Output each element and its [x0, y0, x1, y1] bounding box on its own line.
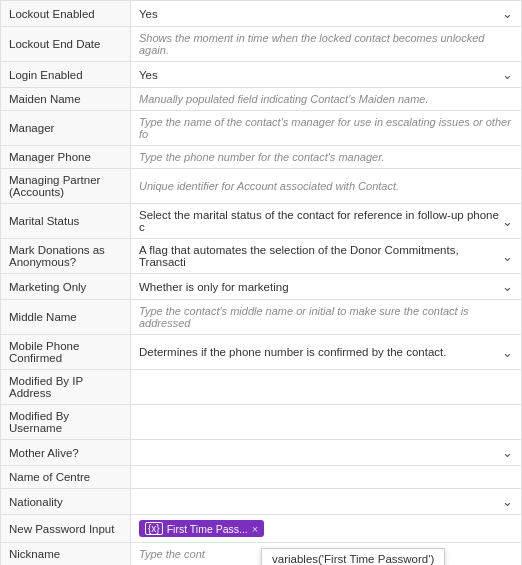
field-placeholder: Type the name of the contact's manager f…: [139, 116, 511, 140]
field-label: Login Enabled: [1, 62, 131, 88]
dropdown-wrapper[interactable]: ⌄: [139, 494, 513, 509]
tooltip: variables('First Time Password'): [261, 548, 445, 565]
table-row: Lockout EnabledYes⌄: [1, 1, 522, 27]
table-row: Manager PhoneType the phone number for t…: [1, 146, 522, 169]
field-value[interactable]: Yes⌄: [131, 1, 522, 27]
field-label: Nationality: [1, 489, 131, 515]
dropdown-wrapper[interactable]: Yes⌄: [139, 6, 513, 21]
field-placeholder: Unique identifier for Account associated…: [139, 180, 399, 192]
dropdown-wrapper[interactable]: Select the marital status of the contact…: [139, 209, 513, 233]
table-row: Marketing OnlyWhether is only for market…: [1, 274, 522, 300]
field-label: Mother Alive?: [1, 440, 131, 466]
chevron-down-icon: ⌄: [502, 214, 513, 229]
field-value: Type the name of the contact's manager f…: [131, 111, 522, 146]
field-value: Type the contact's middle name or initia…: [131, 300, 522, 335]
table-row: Mark Donations as Anonymous?A flag that …: [1, 239, 522, 274]
token-chip[interactable]: {x}First Time Pass...×: [139, 520, 264, 537]
chevron-down-icon: ⌄: [502, 67, 513, 82]
field-label: Middle Name: [1, 300, 131, 335]
field-label: Nickname: [1, 543, 131, 566]
field-value: Shows the moment in time when the locked…: [131, 27, 522, 62]
field-label: Modified By Username: [1, 405, 131, 440]
fields-table: Lockout EnabledYes⌄Lockout End DateShows…: [0, 0, 522, 565]
field-label: Name of Centre: [1, 466, 131, 489]
field-label: Lockout End Date: [1, 27, 131, 62]
field-value: [131, 466, 522, 489]
dropdown-wrapper[interactable]: ⌄: [139, 445, 513, 460]
field-value[interactable]: {x}First Time Pass...×variables('First T…: [131, 515, 522, 543]
field-placeholder: Shows the moment in time when the locked…: [139, 32, 484, 56]
dropdown-value: Whether is only for marketing: [139, 281, 289, 293]
field-placeholder: Type the contact's middle name or initia…: [139, 305, 469, 329]
field-placeholder: Type the cont: [139, 548, 205, 560]
table-row: Modified By IP Address: [1, 370, 522, 405]
table-row: ManagerType the name of the contact's ma…: [1, 111, 522, 146]
chevron-down-icon: ⌄: [502, 345, 513, 360]
field-label: New Password Input: [1, 515, 131, 543]
table-row: Login EnabledYes⌄: [1, 62, 522, 88]
table-row: Modified By Username: [1, 405, 522, 440]
table-row: Managing Partner (Accounts)Unique identi…: [1, 169, 522, 204]
dropdown-value: Select the marital status of the contact…: [139, 209, 502, 233]
table-row: Middle NameType the contact's middle nam…: [1, 300, 522, 335]
field-label: Managing Partner (Accounts): [1, 169, 131, 204]
table-row: Nationality⌄: [1, 489, 522, 515]
field-label: Mobile Phone Confirmed: [1, 335, 131, 370]
field-value[interactable]: ⌄: [131, 440, 522, 466]
field-value[interactable]: A flag that automates the selection of t…: [131, 239, 522, 274]
field-label: Mark Donations as Anonymous?: [1, 239, 131, 274]
field-label: Manager Phone: [1, 146, 131, 169]
field-placeholder: Manually populated field indicating Cont…: [139, 93, 429, 105]
field-value[interactable]: Determines if the phone number is confir…: [131, 335, 522, 370]
dropdown-wrapper[interactable]: A flag that automates the selection of t…: [139, 244, 513, 268]
table-row: New Password Input{x}First Time Pass...×…: [1, 515, 522, 543]
dropdown-value: A flag that automates the selection of t…: [139, 244, 502, 268]
field-value[interactable]: Select the marital status of the contact…: [131, 204, 522, 239]
table-row: Mother Alive?⌄: [1, 440, 522, 466]
table-row: Name of Centre: [1, 466, 522, 489]
field-label: Modified By IP Address: [1, 370, 131, 405]
chevron-down-icon: ⌄: [502, 6, 513, 21]
field-value: [131, 405, 522, 440]
field-value: Manually populated field indicating Cont…: [131, 88, 522, 111]
dropdown-wrapper[interactable]: Whether is only for marketing⌄: [139, 279, 513, 294]
field-label: Marital Status: [1, 204, 131, 239]
field-label: Maiden Name: [1, 88, 131, 111]
field-placeholder: Type the phone number for the contact's …: [139, 151, 384, 163]
chevron-down-icon: ⌄: [502, 494, 513, 509]
field-label: Manager: [1, 111, 131, 146]
chevron-down-icon: ⌄: [502, 249, 513, 264]
token-close-icon[interactable]: ×: [252, 523, 258, 535]
table-row: Maiden NameManually populated field indi…: [1, 88, 522, 111]
dropdown-wrapper[interactable]: Determines if the phone number is confir…: [139, 345, 513, 360]
dropdown-value: Yes: [139, 69, 158, 81]
chevron-down-icon: ⌄: [502, 445, 513, 460]
field-label: Marketing Only: [1, 274, 131, 300]
chevron-down-icon: ⌄: [502, 279, 513, 294]
dropdown-wrapper[interactable]: Yes⌄: [139, 67, 513, 82]
dropdown-value: Determines if the phone number is confir…: [139, 346, 446, 358]
field-value: Unique identifier for Account associated…: [131, 169, 522, 204]
field-value[interactable]: ⌄: [131, 489, 522, 515]
field-label: Lockout Enabled: [1, 1, 131, 27]
token-icon: {x}: [145, 522, 163, 535]
dropdown-value: Yes: [139, 8, 158, 20]
field-value[interactable]: Whether is only for marketing⌄: [131, 274, 522, 300]
field-value: Type the phone number for the contact's …: [131, 146, 522, 169]
table-row: Mobile Phone ConfirmedDetermines if the …: [1, 335, 522, 370]
field-value[interactable]: Yes⌄: [131, 62, 522, 88]
table-row: Marital StatusSelect the marital status …: [1, 204, 522, 239]
field-value: [131, 370, 522, 405]
token-label: First Time Pass...: [167, 523, 248, 535]
table-row: Lockout End DateShows the moment in time…: [1, 27, 522, 62]
token-container: {x}First Time Pass...×: [139, 520, 513, 537]
